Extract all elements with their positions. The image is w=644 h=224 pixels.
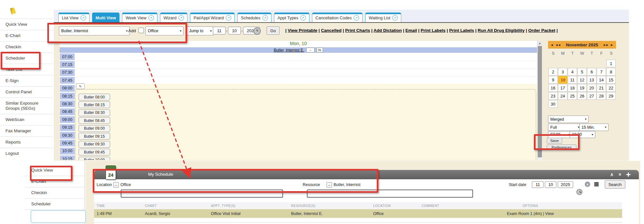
bottom-sidebar-item-quick-view[interactable]: Quick View xyxy=(25,165,84,176)
time-slot-0745[interactable]: 07:45 xyxy=(60,77,75,84)
clear-date-icon[interactable]: × xyxy=(585,182,590,187)
sidebar-item-e-chart[interactable]: E-Chart xyxy=(0,30,52,41)
search-button[interactable]: Search xyxy=(605,180,625,189)
calendar-date-11[interactable]: 11 xyxy=(568,76,577,84)
appointment-button-butler-08-15[interactable]: Butler 08:15 xyxy=(79,101,110,108)
calendar-date-17[interactable]: 17 xyxy=(558,84,567,92)
toolbar-link-order-packet[interactable]: Order Packet xyxy=(528,28,555,33)
sidebar-item-task-list[interactable]: Task List xyxy=(0,64,52,75)
time-slot-0930[interactable]: 09:30 xyxy=(60,132,75,139)
resource-collapse-button[interactable]: – xyxy=(327,182,332,188)
close-icon[interactable]: × xyxy=(619,172,621,177)
popup-arrow-icon[interactable]: ↗ xyxy=(300,15,306,21)
resource-link[interactable]: Butler, Internist E. xyxy=(274,48,304,52)
toolbar-link-view-printable[interactable]: View Printable xyxy=(288,28,317,33)
time-slot-0800[interactable]: 08:00 xyxy=(60,85,75,92)
calendar-date-18[interactable]: 18 xyxy=(568,84,577,92)
time-slot-0830[interactable]: 08:30 xyxy=(60,100,75,107)
appointment-button-butler-09-30[interactable]: Butler 09:30 xyxy=(79,141,110,148)
calendar-date-20[interactable]: 20 xyxy=(587,84,596,92)
sidebar-item-scheduler[interactable]: Scheduler xyxy=(0,52,52,64)
time-slot-0730[interactable]: 07:30 xyxy=(60,69,75,76)
start-time-select[interactable]: 07:00▼ xyxy=(548,131,572,138)
day-input[interactable] xyxy=(228,27,241,34)
row-cell-options[interactable]: Exam Room 1 (4m) | View xyxy=(482,211,579,216)
calendar-date-23[interactable]: 23 xyxy=(548,92,558,100)
date-picker-calendar-icon[interactable]: ▦ xyxy=(594,181,599,187)
next-month-icon[interactable]: ► xyxy=(610,41,613,49)
collapse-resource-button[interactable]: – xyxy=(306,48,315,52)
calendar-date-29[interactable]: 29 xyxy=(606,92,616,100)
add-checkbox[interactable] xyxy=(138,28,144,33)
toolbar-link-email[interactable]: Email xyxy=(405,28,417,33)
bottom-sidebar-item-checkin[interactable]: Checkin xyxy=(25,187,84,199)
scrollbar-thumb[interactable] xyxy=(538,46,542,157)
calendar-date-14[interactable]: 14 xyxy=(597,76,606,84)
time-slot-0945[interactable]: 09:45 xyxy=(60,140,75,146)
popup-arrow-icon[interactable]: ↗ xyxy=(148,15,154,21)
tab-wizard[interactable]: Wizard↗ xyxy=(160,13,187,22)
panel-month-input[interactable] xyxy=(532,181,544,188)
time-slot-0845[interactable]: 08:45 xyxy=(60,108,75,115)
panel-year-input[interactable] xyxy=(558,181,573,188)
popup-arrow-icon[interactable]: ↗ xyxy=(262,15,268,21)
calendar-date-7[interactable]: 7 xyxy=(597,68,606,76)
calendar-date-6[interactable]: 6 xyxy=(587,68,596,76)
calendar-date-8[interactable]: 8 xyxy=(606,68,616,76)
toolbar-link-add-dictation[interactable]: Add Dictation xyxy=(374,28,402,33)
time-slot-0815[interactable]: 08:15 xyxy=(60,93,75,99)
popup-arrow-icon[interactable]: ↗ xyxy=(354,15,359,21)
full-select[interactable]: Full▼ xyxy=(548,124,582,131)
calendar-date-3[interactable]: 3 xyxy=(558,68,567,76)
appointment-button-butler-08-45[interactable]: Butler 08:45 xyxy=(79,117,110,124)
popup-arrow-icon[interactable]: ↗ xyxy=(226,15,231,21)
edit-pencil-icon[interactable]: ✎ xyxy=(76,83,85,89)
fb-button[interactable]: f/b xyxy=(317,48,323,52)
next-year-icon[interactable]: ►► xyxy=(603,41,608,49)
tab-schedules[interactable]: Schedules↗ xyxy=(237,13,271,22)
location-search-input[interactable] xyxy=(121,190,283,198)
calendar-date-4[interactable]: 4 xyxy=(568,68,577,76)
tab-multi-view[interactable]: Multi View xyxy=(92,13,119,22)
sidebar-item-fax-manager[interactable]: Fax Manager xyxy=(0,125,52,136)
appointment-button-butler-09-15[interactable]: Butler 09:15 xyxy=(79,133,110,140)
jump-to-select[interactable]: Jump to ▼ xyxy=(187,26,214,35)
merged-select[interactable]: Merged▼ xyxy=(548,116,589,123)
calendar-date-28[interactable]: 28 xyxy=(597,92,606,100)
collapse-icon[interactable]: ∧ xyxy=(610,172,613,177)
tab-appt-types[interactable]: Appt Types↗ xyxy=(274,13,309,22)
calendar-date-22[interactable]: 22 xyxy=(606,84,616,92)
panel-day-input[interactable] xyxy=(545,181,556,188)
calendar-date-19[interactable]: 19 xyxy=(577,84,587,92)
appointment-button-butler-09-00[interactable]: Butler 09:00 xyxy=(79,125,110,132)
time-slot-0700[interactable]: 07:00 xyxy=(60,53,75,60)
interval-select[interactable]: 15 Min.▼ xyxy=(579,124,609,131)
toolbar-link-print-labels[interactable]: Print Labels xyxy=(421,28,445,33)
sidebar-highlighted-slot[interactable] xyxy=(31,210,86,223)
time-slot-1015[interactable]: 10:15 xyxy=(60,155,75,160)
sidebar-item-similar-exposure-groups-segs[interactable]: Similar Exposure Groups (SEGs) xyxy=(0,98,52,114)
time-slot-0900[interactable]: 09:00 xyxy=(60,116,75,123)
toolbar-link-print-charts[interactable]: Print Charts xyxy=(345,28,370,33)
prev-month-icon[interactable]: ◄ xyxy=(550,41,553,49)
calendar-date-2[interactable]: 2 xyxy=(548,68,558,76)
time-clock-icon[interactable] xyxy=(253,27,261,35)
prev-year-icon[interactable]: ◄◄ xyxy=(555,41,560,49)
appointment-button-butler-08-30[interactable]: Butler 08:30 xyxy=(79,109,110,116)
provider-select[interactable]: Butler, Internist ▼ xyxy=(59,26,130,35)
bottom-sidebar-item-e-chart[interactable]: E-Chart xyxy=(25,176,84,187)
preferences-button[interactable]: Preferences xyxy=(547,145,576,150)
month-input[interactable] xyxy=(213,27,226,34)
appointment-button-butler-09-45[interactable]: Butler 09:45 xyxy=(79,149,110,155)
go-button[interactable]: Go xyxy=(267,26,279,35)
move-icon[interactable] xyxy=(626,173,630,177)
appointment-button-butler-10-00[interactable]: Butler 10:00 xyxy=(79,157,110,160)
location-collapse-button[interactable]: – xyxy=(113,182,119,188)
tab-waiting-list[interactable]: Waiting List↗ xyxy=(365,13,401,22)
popup-arrow-icon[interactable]: ↗ xyxy=(392,15,398,21)
sidebar-item-control-panel[interactable]: Control Panel xyxy=(0,86,52,98)
time-slot-1000[interactable]: 10:00 xyxy=(60,148,75,154)
calendar-date-13[interactable]: 13 xyxy=(587,76,596,84)
calendar-date-30[interactable]: 30 xyxy=(548,100,558,108)
sidebar-item-checkin[interactable]: Checkin xyxy=(0,41,52,52)
